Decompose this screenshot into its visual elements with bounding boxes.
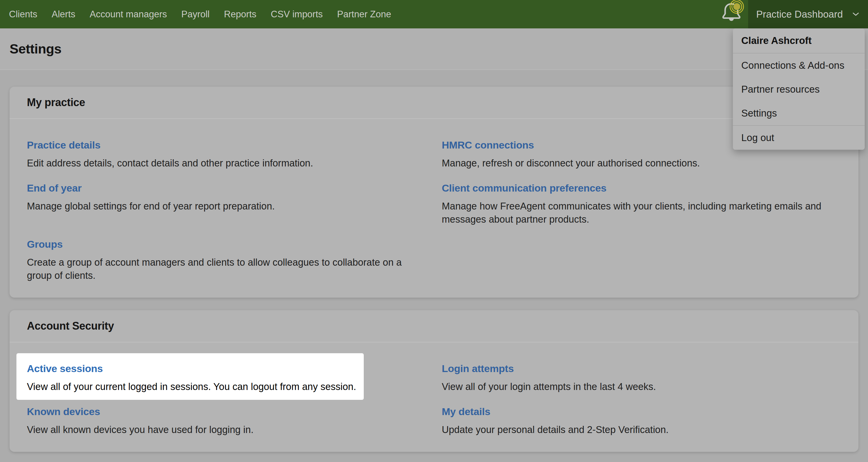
nav-item-partner-zone[interactable]: Partner Zone (337, 0, 391, 28)
chevron-down-icon (852, 11, 859, 18)
description-practice-details: Edit address details, contact details an… (27, 157, 313, 170)
link-client-communication-preferences[interactable]: Client communication preferences (442, 181, 839, 195)
menu-user-name: Claire Ashcroft (733, 28, 865, 53)
card-title: Account Security (27, 320, 114, 332)
nav-right: Practice Dashboard (717, 0, 868, 28)
settings-item-active-sessions: Active sessions View all of your current… (27, 362, 426, 405)
notifications-button[interactable] (717, 0, 748, 28)
description-login-attempts: View all of your login attempts in the l… (442, 380, 656, 393)
nav-item-alerts[interactable]: Alerts (52, 0, 75, 28)
page-title: Settings (9, 41, 62, 57)
menu-item-connections-add-ons[interactable]: Connections & Add-ons (733, 54, 865, 78)
description-hmrc-connections: Manage, refresh or disconnect your autho… (442, 157, 700, 170)
link-groups[interactable]: Groups (27, 237, 425, 251)
nav-menu: ClientsAlertsAccount managersPayrollRepo… (0, 0, 391, 28)
menu-group: Connections & Add-onsPartner resourcesSe… (733, 53, 865, 125)
nav-item-account-managers[interactable]: Account managers (90, 0, 167, 28)
top-nav: ClientsAlertsAccount managersPayrollRepo… (0, 0, 868, 28)
description-my-details: Update your personal details and 2-Step … (442, 423, 669, 436)
link-hmrc-connections[interactable]: HMRC connections (442, 138, 700, 152)
description-client-communication-preferences: Manage how FreeAgent communicates with y… (442, 199, 839, 226)
menu-group: Claire Ashcroft (733, 28, 865, 53)
link-end-of-year[interactable]: End of year (27, 181, 275, 195)
settings-item-groups: Groups Create a group of account manager… (27, 237, 426, 294)
menu-group: Log out (733, 125, 865, 150)
settings-item-practice-details: Practice details Edit address details, c… (27, 138, 426, 181)
description-known-devices: View all known devices you have used for… (27, 423, 253, 436)
nav-item-clients[interactable]: Clients (9, 0, 37, 28)
nav-item-csv-imports[interactable]: CSV imports (271, 0, 323, 28)
settings-item-end-of-year: End of year Manage global settings for e… (27, 181, 426, 237)
account-menu-label: Practice Dashboard (756, 9, 843, 20)
description-end-of-year: Manage global settings for end of year r… (27, 199, 275, 213)
app-window: ClientsAlertsAccount managersPayrollRepo… (0, 0, 868, 462)
notification-bell-icon (717, 0, 748, 28)
card-title: My practice (27, 96, 85, 109)
card-header: My practice (9, 87, 859, 119)
description-active-sessions: View all of your current logged in sessi… (27, 380, 356, 393)
settings-card-my-practice: My practice Practice details Edit addres… (9, 87, 859, 298)
account-menu-button[interactable]: Practice Dashboard (748, 0, 868, 28)
settings-sections: My practice Practice details Edit addres… (9, 87, 859, 452)
card-body: Active sessions View all of your current… (9, 342, 859, 452)
settings-item-known-devices: Known devices View all known devices you… (27, 405, 426, 448)
nav-item-payroll[interactable]: Payroll (181, 0, 210, 28)
menu-item-settings[interactable]: Settings (733, 101, 865, 125)
settings-card-account-security: Account Security Active sessions View al… (9, 310, 859, 452)
link-login-attempts[interactable]: Login attempts (442, 362, 656, 375)
link-practice-details[interactable]: Practice details (27, 138, 313, 152)
settings-item-client-communication-preferences: Client communication preferences Manage … (442, 181, 841, 237)
user-dropdown-menu: Claire AshcroftConnections & Add-onsPart… (733, 28, 865, 150)
link-my-details[interactable]: My details (442, 405, 669, 419)
menu-item-log-out[interactable]: Log out (733, 126, 865, 150)
settings-item-my-details: My details Update your personal details … (442, 405, 841, 448)
highlight-spotlight: Active sessions View all of your current… (17, 353, 364, 400)
menu-item-partner-resources[interactable]: Partner resources (733, 78, 865, 101)
card-body: Practice details Edit address details, c… (9, 119, 859, 298)
settings-item-login-attempts: Login attempts View all of your login at… (442, 362, 841, 405)
card-header: Account Security (9, 310, 859, 342)
nav-item-reports[interactable]: Reports (224, 0, 256, 28)
link-active-sessions[interactable]: Active sessions (27, 362, 356, 375)
description-groups: Create a group of account managers and c… (27, 256, 425, 282)
link-known-devices[interactable]: Known devices (27, 405, 253, 419)
